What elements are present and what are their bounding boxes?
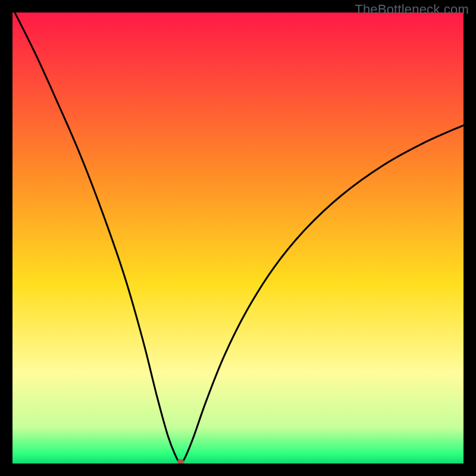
bottleneck-chart bbox=[12, 12, 464, 464]
gradient-background bbox=[12, 12, 464, 464]
chart-frame bbox=[12, 12, 464, 464]
watermark-text: TheBottleneck.com bbox=[355, 2, 469, 17]
